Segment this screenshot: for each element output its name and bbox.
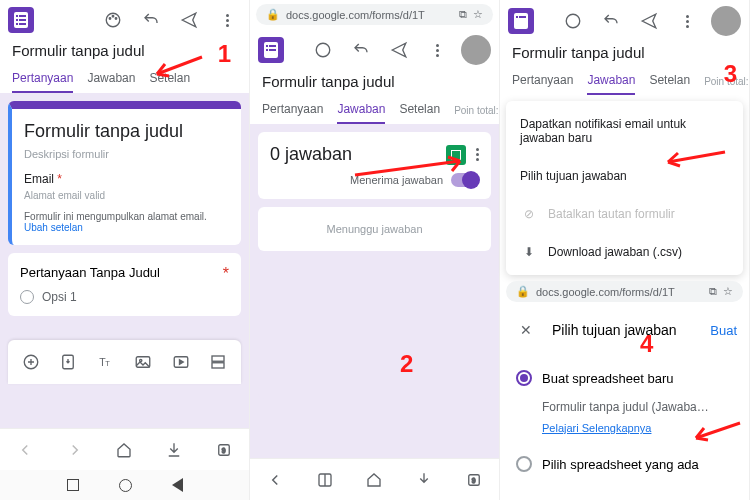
more-icon[interactable] [423,36,451,64]
add-image-icon[interactable] [129,348,157,376]
recents-icon[interactable] [67,479,79,491]
accepting-toggle[interactable] [451,173,479,187]
star-icon[interactable]: ☆ [723,285,733,298]
bookmarks-icon[interactable] [311,466,339,494]
tabs-icon[interactable]: 9 [210,436,238,464]
forms-icon [258,37,284,63]
svg-point-10 [115,18,117,20]
menu-unlink: ⊘Batalkan tautan formulir [506,195,743,233]
svg-point-9 [112,16,114,18]
forms-icon [508,8,534,34]
undo-icon[interactable] [137,6,165,34]
reader-icon[interactable]: ⧉ [459,8,467,21]
card-desc[interactable]: Deskripsi formulir [24,148,229,160]
tab-responses[interactable]: Jawaban [337,96,385,124]
new-sheet-label: Buat spreadsheet baru [542,371,674,386]
svg-rect-18 [212,356,224,361]
undo-icon[interactable] [347,36,375,64]
spreadsheet-name[interactable]: Formulir tanpa judul (Jawaba… [542,400,733,414]
create-button[interactable]: Buat [710,323,737,338]
sheets-icon[interactable] [446,145,466,165]
dest-new-spreadsheet[interactable]: Buat spreadsheet baru [516,362,733,394]
phone-1: Formulir tanpa judul Pertanyaan Jawaban … [0,0,250,500]
tabs: Pertanyaan Jawaban Setelan Poin total: 5 [500,67,749,95]
download-icon[interactable] [410,466,438,494]
close-icon[interactable]: ✕ [512,316,540,344]
svg-rect-24 [269,45,276,47]
import-icon[interactable] [54,348,82,376]
question-title[interactable]: Pertanyaan Tanpa Judul [20,265,160,280]
palette-icon[interactable] [99,6,127,34]
home-icon[interactable] [110,436,138,464]
app-topbar [0,0,249,40]
svg-rect-5 [16,23,18,25]
url-text: docs.google.com/forms/d/1T [286,9,425,21]
back-icon[interactable] [11,436,39,464]
responses-more-icon[interactable] [476,148,479,161]
more-icon[interactable] [673,7,701,35]
responses-menu: Dapatkan notifikasi email untuk jawaban … [506,101,743,275]
responses-count: 0 jawaban [270,144,352,165]
option-1[interactable]: Opsi 1 [20,290,229,304]
add-title-icon[interactable]: TT [92,348,120,376]
tab-settings[interactable]: Setelan [649,67,690,95]
svg-rect-25 [266,49,268,51]
question-toolbar: TT [8,340,241,384]
add-video-icon[interactable] [167,348,195,376]
menu-notify[interactable]: Dapatkan notifikasi email untuk jawaban … [506,105,743,157]
send-icon[interactable] [635,7,663,35]
forward-icon[interactable] [61,436,89,464]
tab-responses[interactable]: Jawaban [87,65,135,93]
svg-rect-19 [212,363,224,368]
lock-icon: 🔒 [516,285,530,298]
back-icon[interactable] [261,466,289,494]
star-icon[interactable]: ☆ [473,8,483,21]
palette-icon[interactable] [309,36,337,64]
question-card[interactable]: Pertanyaan Tanpa Judul * Opsi 1 [8,253,241,316]
accepting-label: Menerima jawaban [350,174,443,186]
avatar[interactable] [711,6,741,36]
menu-select-dest[interactable]: Pilih tujuan jawaban [506,157,743,195]
tab-questions[interactable]: Pertanyaan [512,67,573,95]
tab-responses[interactable]: Jawaban [587,67,635,95]
dest-header: ✕ Pilih tujuan jawaban Buat [500,306,749,354]
palette-icon[interactable] [559,7,587,35]
app-topbar [500,0,749,42]
avatar[interactable] [461,35,491,65]
tab-settings[interactable]: Setelan [399,96,440,124]
tab-questions[interactable]: Pertanyaan [12,65,73,93]
home-icon[interactable] [360,466,388,494]
dest-existing-spreadsheet[interactable]: Pilih spreadsheet yang ada [516,448,733,480]
change-settings-link[interactable]: Ubah setelan [24,222,83,233]
tabs-icon[interactable]: 9 [460,466,488,494]
tabs: Pertanyaan Jawaban Setelan Poin total: 5 [250,96,499,124]
add-section-icon[interactable] [204,348,232,376]
more-icon[interactable] [213,6,241,34]
svg-rect-32 [516,16,518,18]
form-title: Formulir tanpa judul [0,40,249,65]
svg-rect-31 [514,13,528,29]
home-button-icon[interactable] [119,479,132,492]
send-icon[interactable] [385,36,413,64]
tab-settings[interactable]: Setelan [149,65,190,93]
svg-text:T: T [105,359,110,368]
back-button-icon[interactable] [172,478,183,492]
email-hint: Alamat email valid [24,190,229,201]
download-csv-icon: ⬇ [520,245,538,259]
tab-questions[interactable]: Pertanyaan [262,96,323,124]
send-icon[interactable] [175,6,203,34]
url-bar[interactable]: 🔒 docs.google.com/forms/d/1T ⧉ ☆ [256,4,493,25]
reader-icon[interactable]: ⧉ [709,285,717,298]
learn-more-link[interactable]: Pelajari Selengkapnya [542,422,651,434]
svg-rect-23 [266,45,268,47]
add-question-icon[interactable] [17,348,45,376]
title-card[interactable]: Formulir tanpa judul Deskripsi formulir … [8,101,241,245]
menu-download[interactable]: ⬇Download jawaban (.csv) [506,233,743,271]
undo-icon[interactable] [597,7,625,35]
browser-nav: 9 [250,458,499,500]
card-title[interactable]: Formulir tanpa judul [24,121,229,142]
svg-rect-26 [269,49,276,51]
svg-rect-1 [16,15,18,17]
download-icon[interactable] [160,436,188,464]
url-bar[interactable]: 🔒 docs.google.com/forms/d/1T ⧉ ☆ [506,281,743,302]
